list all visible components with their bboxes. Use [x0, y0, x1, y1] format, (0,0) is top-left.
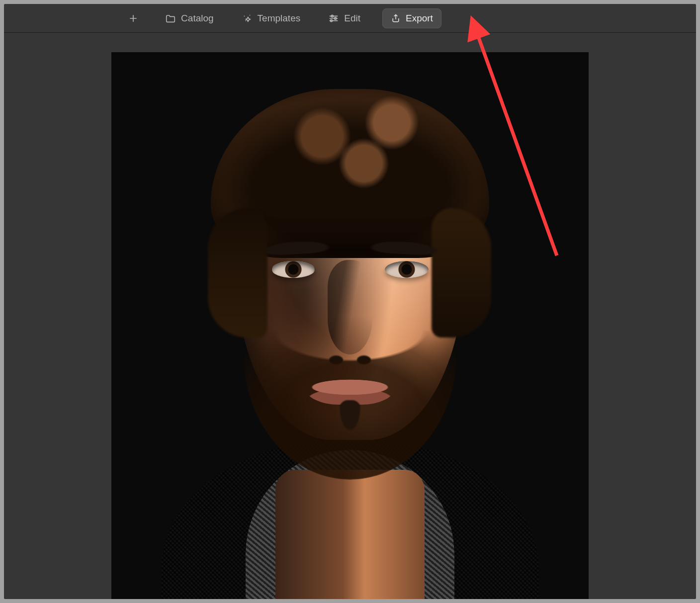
edit-label: Edit: [344, 13, 360, 23]
portrait-soulpatch: [338, 400, 362, 435]
templates-tab[interactable]: Templates: [236, 9, 307, 28]
share-icon: [391, 13, 401, 23]
portrait-neck: [275, 470, 425, 599]
photo-preview[interactable]: [111, 52, 589, 599]
app-window: Catalog Templates Edit: [4, 4, 696, 599]
portrait-eye-right: [385, 261, 429, 278]
export-button[interactable]: Export: [382, 8, 441, 28]
catalog-tab[interactable]: Catalog: [159, 9, 220, 28]
templates-label: Templates: [258, 13, 301, 23]
sliders-icon: [328, 13, 339, 24]
edit-tab[interactable]: Edit: [322, 9, 366, 28]
export-label: Export: [406, 13, 433, 23]
main-toolbar: Catalog Templates Edit: [4, 4, 696, 33]
portrait-eye-left: [271, 261, 315, 278]
svg-point-2: [244, 15, 245, 16]
add-button[interactable]: [123, 9, 143, 27]
portrait-hair: [211, 89, 489, 258]
plus-icon: [128, 13, 138, 23]
folder-icon: [165, 13, 176, 24]
sparkle-icon: [242, 13, 253, 24]
canvas-area[interactable]: [4, 33, 696, 599]
svg-point-3: [249, 14, 250, 15]
catalog-label: Catalog: [181, 13, 214, 23]
svg-point-4: [245, 20, 246, 21]
